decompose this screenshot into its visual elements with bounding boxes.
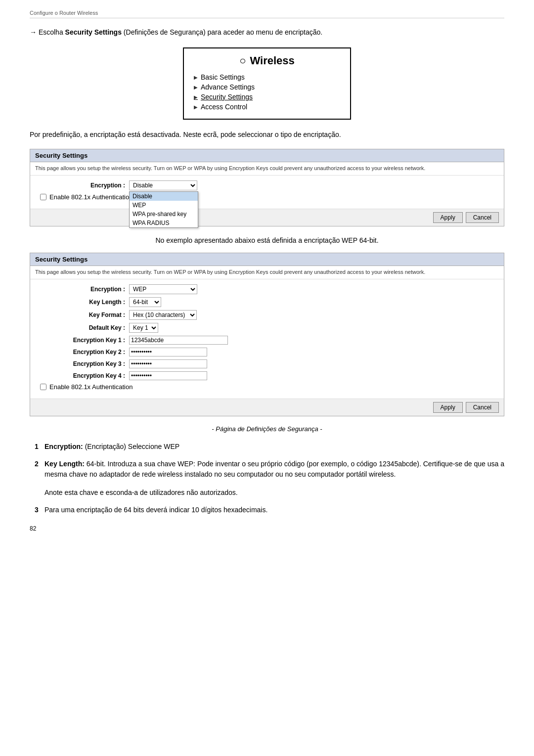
wireless-menu-box: ○ Wireless ▶ Basic Settings ▶ Advance Se… bbox=[183, 47, 351, 120]
p2-enc-key2-input[interactable] bbox=[129, 348, 207, 356]
p2-encryption-label: Encryption : bbox=[40, 286, 129, 293]
dropdown-item-disable[interactable]: Disable bbox=[130, 192, 198, 201]
panel2-apply-button[interactable]: Apply bbox=[433, 402, 463, 413]
p2-default-key-select[interactable]: Key 1 Key 2 Key 3 Key 4 bbox=[129, 323, 158, 333]
p2-enc-key3-row: Encryption Key 3 : bbox=[40, 359, 494, 368]
p2-enc-key1-input[interactable] bbox=[129, 336, 228, 345]
p2-enc-key4-input[interactable] bbox=[129, 371, 207, 380]
panel1-apply-button[interactable]: Apply bbox=[433, 212, 463, 223]
instruction-item-1: 1 Encryption: (Encriptação) Seleccione W… bbox=[35, 442, 504, 452]
caption-text: - Página de Definições de Segurança - bbox=[30, 425, 504, 433]
encryption-dropdown-list: Disable WEP WPA pre-shared key WPA RADIU… bbox=[129, 191, 198, 228]
panel2-footer: Apply Cancel bbox=[30, 399, 504, 416]
panel1-cancel-button[interactable]: Cancel bbox=[466, 212, 499, 223]
auth-checkbox-1[interactable] bbox=[40, 194, 46, 200]
p2-enc-key1-label: Encryption Key 1 : bbox=[40, 337, 129, 344]
auth-checkbox-2[interactable] bbox=[40, 384, 46, 390]
encryption-dropdown-container: Disable WEP WPA pre-shared key WPA RADIU… bbox=[129, 180, 197, 190]
example-heading: No exemplo apresentado abaixo está defin… bbox=[30, 235, 504, 246]
panel1-desc: This page allows you setup the wireless … bbox=[30, 162, 504, 176]
p2-key-length-label: Key Length : bbox=[40, 299, 129, 306]
instruction-item-3: 3 Para uma encriptação de 64 bits deverá… bbox=[35, 505, 504, 515]
item1-bold: Encryption: bbox=[44, 443, 83, 450]
auth-checkbox-label-2: Enable 802.1x Authentication bbox=[49, 383, 133, 391]
auth-checkbox-label-1: Enable 802.1x Authentication bbox=[49, 193, 133, 201]
item2-bold: Key Length: bbox=[44, 460, 85, 468]
wireless-icon: ○ bbox=[239, 54, 246, 67]
security-settings-bold: Security Settings bbox=[65, 28, 122, 36]
wireless-menu-advance-label: Advance Settings bbox=[201, 83, 255, 91]
wireless-menu-access[interactable]: ▶ Access Control bbox=[194, 102, 340, 112]
auth-checkbox-row-1: Enable 802.1x Authentication bbox=[40, 193, 494, 201]
wireless-menu-access-label: Access Control bbox=[201, 103, 247, 111]
p2-key-format-select[interactable]: Hex (10 characters) ASCII (5 characters) bbox=[129, 310, 197, 320]
panel2-desc: This page allows you setup the wireless … bbox=[30, 266, 504, 279]
wireless-menu-basic-label: Basic Settings bbox=[201, 73, 245, 81]
encryption-label: Encryption : bbox=[40, 182, 129, 189]
intro-paragraph-1: → Escolha Security Settings (Definições … bbox=[30, 27, 504, 38]
arrow-icon: ▶ bbox=[194, 85, 198, 90]
wireless-menu-security-label: Security Settings bbox=[201, 93, 253, 101]
p2-default-key-row: Default Key : Key 1 Key 2 Key 3 Key 4 bbox=[40, 323, 494, 333]
panel1-footer: Apply Cancel bbox=[30, 209, 504, 226]
wireless-menu-advance[interactable]: ▶ Advance Settings bbox=[194, 82, 340, 92]
item2-number: 2 bbox=[35, 459, 39, 469]
arrow-icon: ▶ bbox=[194, 94, 198, 100]
arrow-icon: ▶ bbox=[194, 75, 198, 80]
wireless-menu-basic[interactable]: ▶ Basic Settings bbox=[194, 72, 340, 82]
security-panel-1: Security Settings This page allows you s… bbox=[30, 149, 504, 226]
encryption-select-1[interactable]: Disable WEP WPA pre-shared key WPA RADIU… bbox=[129, 180, 197, 190]
panel1-header: Security Settings bbox=[30, 149, 504, 162]
dropdown-item-wpa-psk[interactable]: WPA pre-shared key bbox=[130, 210, 198, 219]
p2-key-length-row: Key Length : 64-bit 128-bit bbox=[40, 297, 494, 307]
p2-key-format-label: Key Format : bbox=[40, 311, 129, 318]
encryption-row: Encryption : Disable WEP WPA pre-shared … bbox=[40, 180, 494, 190]
panel2-body: Encryption : WEP Disable WPA pre-shared … bbox=[30, 279, 504, 399]
p2-default-key-label: Default Key : bbox=[40, 324, 129, 331]
panel2-header: Security Settings bbox=[30, 253, 504, 266]
section2-text: Por predefinição, a encriptação está des… bbox=[30, 130, 504, 140]
wireless-title-text: Wireless bbox=[250, 54, 294, 67]
p2-enc-key2-row: Encryption Key 2 : bbox=[40, 348, 494, 356]
item3-text: Para uma encriptação de 64 bits deverá i… bbox=[44, 506, 267, 514]
dropdown-item-wpa-radius[interactable]: WPA RADIUS bbox=[130, 219, 198, 227]
panel2-cancel-button[interactable]: Cancel bbox=[466, 402, 499, 413]
item1-text: (Encriptação) Seleccione WEP bbox=[83, 443, 179, 450]
p2-encryption-select[interactable]: WEP Disable WPA pre-shared key WPA RADIU… bbox=[129, 284, 197, 294]
p2-enc-key3-label: Encryption Key 3 : bbox=[40, 360, 129, 367]
p2-enc-key1-row: Encryption Key 1 : bbox=[40, 336, 494, 345]
item2-text: 64-bit. Introduza a sua chave WEP: Pode … bbox=[44, 460, 504, 478]
p2-key-format-row: Key Format : Hex (10 characters) ASCII (… bbox=[40, 310, 494, 320]
p2-enc-key4-row: Encryption Key 4 : bbox=[40, 371, 494, 380]
p2-key-length-select[interactable]: 64-bit 128-bit bbox=[129, 297, 161, 307]
breadcrumb: Configure o Router Wireless bbox=[30, 10, 504, 18]
instruction-item-2: 2 Key Length: 64-bit. Introduza a sua ch… bbox=[35, 459, 504, 480]
p2-encryption-row: Encryption : WEP Disable WPA pre-shared … bbox=[40, 284, 494, 294]
wireless-menu-security[interactable]: ▶ Security Settings bbox=[194, 92, 340, 102]
item1-number: 1 bbox=[35, 442, 39, 452]
panel1-body: Encryption : Disable WEP WPA pre-shared … bbox=[30, 176, 504, 209]
item3-number: 3 bbox=[35, 505, 39, 515]
auth-checkbox-row-2: Enable 802.1x Authentication bbox=[40, 383, 494, 391]
wireless-title: ○ Wireless bbox=[194, 54, 340, 67]
note-text: Anote esta chave e esconda-a de utilizad… bbox=[44, 488, 504, 498]
p2-enc-key4-label: Encryption Key 4 : bbox=[40, 372, 129, 379]
security-panel-2: Security Settings This page allows you s… bbox=[30, 253, 504, 416]
instructions-list-2: 3 Para uma encriptação de 64 bits deverá… bbox=[30, 505, 504, 515]
arrow-icon: ▶ bbox=[194, 104, 198, 110]
page-number: 82 bbox=[30, 525, 504, 532]
instructions-list: 1 Encryption: (Encriptação) Seleccione W… bbox=[30, 442, 504, 480]
dropdown-item-wep[interactable]: WEP bbox=[130, 201, 198, 210]
p2-enc-key2-label: Encryption Key 2 : bbox=[40, 349, 129, 356]
p2-enc-key3-input[interactable] bbox=[129, 359, 207, 368]
